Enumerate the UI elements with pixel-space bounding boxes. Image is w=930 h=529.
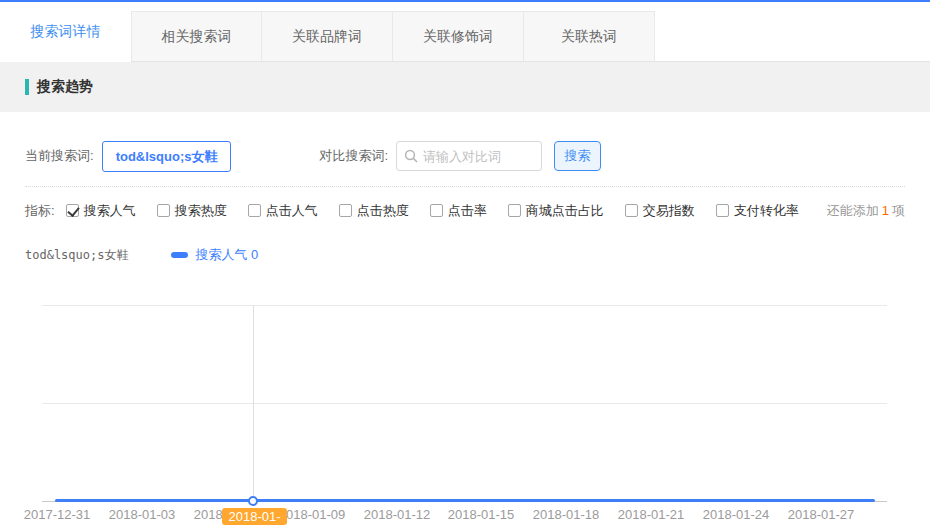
chart-legend: tod&lsquo;s女鞋 搜索人气 0	[25, 247, 905, 263]
search-icon	[404, 149, 418, 163]
metric-label: 搜索人气	[84, 202, 136, 220]
x-tick-label: 2018-01-18	[533, 507, 600, 522]
metric-label: 交易指数	[643, 202, 695, 220]
metric-label: 点击率	[448, 202, 487, 220]
main-content: 当前搜索词: tod&lsquo;s女鞋 对比搜索词: 搜索 指标: 搜索人气 …	[0, 140, 930, 263]
legend-series-label[interactable]: 搜索人气 0	[195, 246, 258, 264]
metric-selector-row: 指标: 搜索人气 搜索热度 点击人气 点击热度 点击率 商城点击占比 交易指数	[25, 202, 905, 219]
remaining-quota-text: 还能添加1项	[827, 202, 905, 220]
metric-mall-click-share[interactable]: 商城点击占比	[508, 202, 604, 220]
x-tick-label: 2018-01-03	[109, 507, 176, 522]
tab-related-hot-words[interactable]: 关联热词	[524, 11, 655, 62]
legend-series-name: 搜索人气	[195, 247, 247, 262]
remaining-suffix: 项	[892, 203, 905, 218]
checkbox-icon[interactable]	[157, 204, 170, 217]
section-title: 搜索趋势	[37, 78, 93, 96]
metric-label: 搜索热度	[175, 202, 227, 220]
x-tick-label: 2018-01-24	[703, 507, 770, 522]
metrics-label: 指标:	[25, 202, 55, 220]
section-header: 搜索趋势	[0, 62, 930, 112]
checkbox-icon[interactable]	[716, 204, 729, 217]
checkbox-checked-icon[interactable]	[66, 204, 79, 217]
metric-transaction-index[interactable]: 交易指数	[625, 202, 695, 220]
x-tick-label: 2017-12-31	[24, 507, 91, 522]
tab-related-brand-words[interactable]: 关联品牌词	[262, 11, 393, 62]
metric-click-heat[interactable]: 点击热度	[339, 202, 409, 220]
checkbox-icon[interactable]	[339, 204, 352, 217]
trend-chart: 2017-12-31 2018-01-03 2018-01-06 2018-01…	[0, 295, 930, 529]
tab-related-modifier-words[interactable]: 关联修饰词	[393, 11, 524, 62]
tab-search-word-detail[interactable]: 搜索词详情	[0, 2, 131, 62]
data-point-marker	[248, 496, 258, 506]
x-tick-label: 2018-01-09	[279, 507, 346, 522]
legend-keyword: tod&lsquo;s女鞋	[25, 247, 128, 264]
dotted-divider	[25, 186, 905, 187]
checkbox-icon[interactable]	[625, 204, 638, 217]
metric-label: 商城点击占比	[526, 202, 604, 220]
axis-date-tooltip: 2018-01-07	[222, 508, 287, 525]
legend-series-value: 0	[251, 247, 258, 262]
hover-crosshair-line	[253, 305, 254, 501]
remaining-prefix: 还能添加	[827, 203, 879, 218]
checkbox-icon[interactable]	[430, 204, 443, 217]
legend-line-marker[interactable]	[171, 252, 188, 258]
current-keyword-chip[interactable]: tod&lsquo;s女鞋	[102, 141, 232, 172]
tab-bar: 搜索词详情 相关搜索词 关联品牌词 关联修饰词 关联热词	[0, 2, 930, 62]
metric-search-heat[interactable]: 搜索热度	[157, 202, 227, 220]
metric-label: 点击热度	[357, 202, 409, 220]
tab-related-search-words[interactable]: 相关搜索词	[131, 11, 262, 62]
search-button[interactable]: 搜索	[554, 141, 601, 171]
search-row: 当前搜索词: tod&lsquo;s女鞋 对比搜索词: 搜索	[25, 140, 905, 172]
gridline-top	[42, 305, 887, 306]
compare-input-wrapper	[396, 141, 542, 171]
gridline-middle	[42, 403, 887, 404]
metric-label: 点击人气	[266, 202, 318, 220]
remaining-count: 1	[882, 203, 889, 218]
section-accent-bar	[25, 79, 29, 95]
compare-keyword-label: 对比搜索词:	[319, 147, 388, 165]
metric-click-popularity[interactable]: 点击人气	[248, 202, 318, 220]
metric-payment-conversion[interactable]: 支付转化率	[716, 202, 799, 220]
checkbox-icon[interactable]	[508, 204, 521, 217]
x-tick-label: 2018-01-15	[448, 507, 515, 522]
metric-label: 支付转化率	[734, 202, 799, 220]
x-tick-label: 2018-01-12	[364, 507, 431, 522]
series-line-search-popularity	[55, 499, 875, 502]
current-keyword-label: 当前搜索词:	[25, 147, 94, 165]
compare-keyword-input[interactable]	[423, 149, 534, 164]
metric-click-rate[interactable]: 点击率	[430, 202, 487, 220]
x-tick-label: 2018-01-21	[618, 507, 685, 522]
x-tick-label: 2018-01-27	[788, 507, 855, 522]
checkbox-icon[interactable]	[248, 204, 261, 217]
metric-search-popularity[interactable]: 搜索人气	[66, 202, 136, 220]
